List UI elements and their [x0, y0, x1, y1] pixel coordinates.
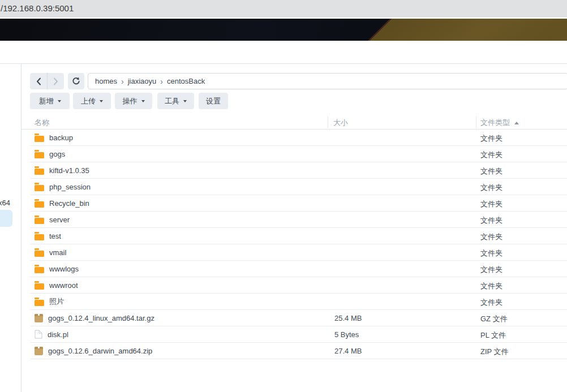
file-name-cell: vmail: [35, 244, 66, 260]
breadcrumb[interactable]: homes›jiaxiaoyu›centosBack: [88, 73, 567, 89]
refresh-button[interactable]: [68, 73, 84, 89]
table-row[interactable]: server 文件夹: [22, 212, 567, 228]
file-name-cell: wwwlogs: [35, 261, 79, 277]
file-name-cell: Recycle_bin: [35, 195, 89, 211]
banner-gold-diagonal: [368, 19, 567, 41]
file-name: kiftd-v1.0.35: [49, 166, 89, 175]
file-type: 文件夹: [480, 166, 502, 176]
table-header: 名称 大小 文件类型: [22, 115, 567, 130]
file-name: gogs: [49, 150, 65, 158]
file-type: PL 文件: [480, 330, 506, 341]
file-name-cell: kiftd-v1.0.35: [35, 162, 89, 178]
page-url[interactable]: /192.168.0.39:5001: [1, 3, 74, 13]
file-name: 照片: [49, 296, 64, 307]
table-row[interactable]: wwwroot 文件夹: [22, 277, 567, 294]
breadcrumb-separator: ›: [121, 77, 124, 86]
file-name: disk.pl: [48, 330, 68, 339]
file-type: 文件夹: [480, 265, 502, 275]
file-name: vmail: [49, 248, 66, 257]
file-type: 文件夹: [480, 281, 502, 291]
table-row[interactable]: 照片 文件夹: [22, 294, 567, 310]
breadcrumb-item[interactable]: homes: [95, 77, 117, 85]
refresh-icon: [71, 76, 81, 86]
file-name: wwwlogs: [49, 265, 79, 273]
archive-icon: [35, 347, 43, 355]
folder-icon: [35, 281, 44, 290]
toolbar-button-1[interactable]: 新增: [30, 93, 70, 109]
file-name: gogs_0.12.4_linux_amd64.tar.gz: [48, 314, 154, 322]
column-header-type-label: 文件类型: [480, 118, 510, 128]
toolbar-button-4[interactable]: 工具: [157, 93, 194, 109]
file-name: Recycle_bin: [49, 199, 89, 208]
file-type: 文件夹: [480, 133, 502, 144]
file-name-cell: server: [35, 212, 70, 227]
column-header-type[interactable]: 文件类型: [480, 118, 519, 128]
file-name: server: [49, 216, 70, 224]
column-separator: [328, 117, 328, 128]
breadcrumb-item[interactable]: jiaxiaoyu: [128, 77, 157, 85]
toolbar-button-label: 工具: [165, 96, 179, 106]
column-separator: [476, 117, 476, 128]
file-type: GZ 文件: [480, 314, 508, 324]
table-row[interactable]: kiftd-v1.0.35 文件夹: [22, 162, 567, 179]
file-type: 文件夹: [480, 216, 502, 226]
toolbar-button-label: 上传: [81, 96, 96, 106]
background-blue-box: [0, 210, 12, 227]
file-name-cell: wwwroot: [35, 277, 78, 293]
file-name-cell: gogs: [35, 146, 65, 162]
banner-image: [0, 19, 567, 41]
back-button[interactable]: [30, 73, 47, 89]
file-name-cell: gogs_0.12.4_linux_amd64.tar.gz: [35, 310, 154, 326]
table-row[interactable]: gogs 文件夹: [22, 146, 567, 162]
toolbar-button-label: 新增: [39, 96, 54, 106]
file-name-cell: php_session: [35, 179, 91, 195]
toolbar-button-5[interactable]: 设置: [199, 93, 228, 109]
folder-icon: [35, 232, 44, 240]
table-row[interactable]: gogs_0.12.6_darwin_amd64.zip 27.4 MB ZIP…: [22, 343, 567, 359]
background-clipped-text: x64: [0, 199, 10, 207]
folder-icon: [35, 248, 44, 257]
file-name-cell: backup: [35, 130, 73, 145]
file-type: 文件夹: [480, 183, 502, 193]
toolbar-button-label: 设置: [206, 96, 221, 106]
file-name: test: [49, 232, 61, 240]
toolbar: 新增上传操作工具设置: [22, 93, 567, 109]
file-station-panel: homes›jiaxiaoyu›centosBack 新增上传操作工具设置 名称…: [21, 63, 567, 392]
background-divider: [0, 63, 21, 64]
chevron-down-icon: [141, 100, 145, 102]
file-type: 文件夹: [480, 232, 502, 242]
table-row[interactable]: disk.pl 5 Bytes PL 文件: [22, 326, 567, 343]
chevron-down-icon: [58, 100, 61, 102]
chevron-down-icon: [183, 100, 187, 102]
breadcrumb-item[interactable]: centosBack: [167, 77, 205, 85]
table-row[interactable]: php_session 文件夹: [22, 179, 567, 195]
file-name-cell: 照片: [35, 294, 64, 309]
file-type: ZIP 文件: [480, 347, 509, 357]
file-name: php_session: [49, 183, 91, 191]
table-row[interactable]: test 文件夹: [22, 228, 567, 244]
forward-button[interactable]: [47, 73, 64, 89]
folder-icon: [35, 133, 44, 142]
file-type: 文件夹: [480, 150, 502, 160]
file-list: backup 文件夹 gogs 文件夹 kiftd-v1.0.35 文件夹 ph…: [22, 130, 567, 359]
file-size: 27.4 MB: [334, 347, 362, 355]
table-row[interactable]: backup 文件夹: [22, 130, 567, 146]
toolbar-button-3[interactable]: 操作: [115, 93, 152, 109]
table-row[interactable]: gogs_0.12.4_linux_amd64.tar.gz 25.4 MB G…: [22, 310, 567, 326]
column-header-name[interactable]: 名称: [35, 118, 49, 128]
table-row[interactable]: vmail 文件夹: [22, 244, 567, 261]
table-row[interactable]: wwwlogs 文件夹: [22, 261, 567, 277]
file-size: 25.4 MB: [334, 314, 362, 322]
toolbar-button-2[interactable]: 上传: [73, 93, 111, 109]
file-type: 文件夹: [480, 199, 502, 209]
folder-icon: [35, 166, 44, 175]
column-header-size[interactable]: 大小: [333, 118, 348, 128]
folder-icon: [35, 150, 44, 158]
sort-ascending-icon: [514, 122, 519, 124]
file-name: wwwroot: [49, 281, 78, 290]
file-size: 5 Bytes: [334, 330, 359, 339]
table-row[interactable]: Recycle_bin 文件夹: [22, 195, 567, 212]
history-nav-group: [30, 73, 64, 89]
chevron-right-icon: [53, 77, 59, 85]
folder-icon: [35, 298, 44, 306]
